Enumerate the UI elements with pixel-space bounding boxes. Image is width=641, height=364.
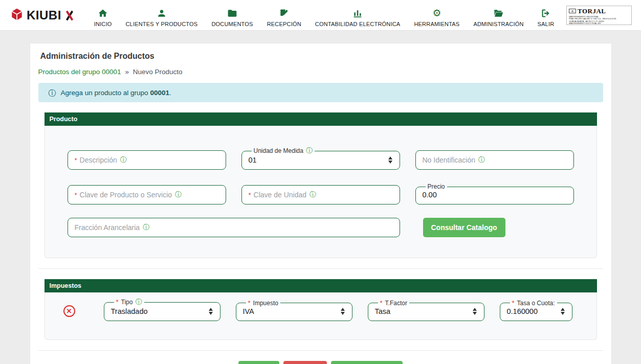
tipo-value: Trasladado	[111, 307, 213, 316]
unidad-medida-value: 01	[249, 155, 393, 165]
torjal-mark-icon: ▦	[569, 9, 576, 13]
main-nav: INICIO CLIENTES Y PRODUCTOS DOCUMENTOS R…	[87, 4, 561, 27]
impuestos-panel: Impuestos ✕ *Tipo ⓘ Trasladado *Impuesto…	[45, 279, 597, 340]
clave-unidad-input[interactable]: * Clave de Unidad ⓘ	[241, 185, 400, 204]
info-alert: ⓘ Agrega un producto al grupo 00001.	[38, 83, 603, 102]
gears-icon: ⚙	[432, 8, 441, 18]
person-icon	[157, 8, 167, 18]
consultar-catalogo-button[interactable]: Consultar Catalogo	[423, 218, 505, 237]
fraccion-arancelaria-info-icon[interactable]: ⓘ	[143, 223, 149, 232]
clave-producto-input[interactable]: * Clave de Producto o Servicio ⓘ	[68, 185, 226, 204]
precio-label: Precio	[426, 183, 447, 190]
cancelar-button[interactable]: Cancelar	[283, 361, 327, 364]
kiubix-cube-icon	[10, 7, 24, 24]
descripcion-input[interactable]: * Descripción ⓘ	[68, 150, 226, 170]
brand-x-mark	[65, 10, 74, 20]
breadcrumb-current: Nuevo Producto	[133, 68, 183, 76]
no-identificacion-input[interactable]: No Identificación ⓘ	[415, 150, 574, 170]
unidad-medida-info-icon[interactable]: ⓘ	[306, 147, 313, 154]
section-divider	[38, 350, 603, 351]
impuesto-value: IVA	[243, 307, 345, 316]
page-title: Administración de Productos	[30, 43, 611, 61]
alert-text: Agrega un producto al grupo 00001.	[61, 89, 171, 97]
tfactor-label: *T.Factor	[378, 299, 409, 307]
select-arrows-icon	[209, 308, 213, 315]
delete-tax-row-icon[interactable]: ✕	[63, 305, 75, 317]
producto-panel-header: Producto	[45, 112, 597, 126]
impuesto-label: *Impuesto	[246, 299, 280, 307]
tfactor-select[interactable]: *T.Factor Tasa	[368, 299, 484, 321]
tipo-select[interactable]: *Tipo ⓘ Trasladado	[104, 298, 220, 321]
unidad-medida-label: Unidad de Medida ⓘ	[252, 146, 315, 155]
folder-icon	[227, 8, 237, 18]
tasa-cuota-label: *Tasa o Cuota:	[510, 299, 557, 307]
precio-input[interactable]: Precio 0.00	[415, 183, 574, 204]
clave-producto-info-icon[interactable]: ⓘ	[175, 190, 182, 199]
tipo-info-icon[interactable]: ⓘ	[136, 298, 142, 306]
breadcrumb-separator: »	[125, 68, 129, 76]
select-arrows-icon	[473, 308, 477, 315]
breadcrumb-group-link[interactable]: Productos del grupo 00001	[38, 68, 121, 76]
nav-item-contabilidad-electronica[interactable]: CONTABILIDAD ELECTRÓNICA	[315, 8, 401, 27]
bar-chart-icon	[352, 8, 363, 18]
top-navigation-bar: KIUBI INICIO CLIENTES Y PRODUCTOS DOCUME…	[0, 0, 641, 31]
content-card: Administración de Productos Productos de…	[30, 43, 611, 364]
nav-item-recepcion[interactable]: RECEPCIÓN	[267, 8, 301, 27]
exit-icon	[541, 8, 551, 18]
impuesto-select[interactable]: *Impuesto IVA	[236, 299, 352, 321]
nav-item-administracion[interactable]: ADMINISTRACIÓN	[473, 8, 523, 27]
producto-panel: Producto * Descripción ⓘ Unidad de Medid…	[45, 112, 597, 258]
nav-item-herramientas[interactable]: ⚙ HERRAMIENTAS	[414, 8, 459, 27]
folder-open-icon	[493, 8, 503, 18]
tfactor-value: Tasa	[375, 307, 477, 316]
agrega-impuesto-button[interactable]: Agrega Impuesto	[331, 361, 403, 364]
section-divider	[38, 268, 603, 269]
form-actions: Agregar Cancelar Agrega Impuesto	[30, 361, 611, 364]
descripcion-info-icon[interactable]: ⓘ	[120, 155, 127, 165]
torjal-partner-logo: ▦ TORJAL MANTENIMIENTO INDUSTRIAL FRAY F…	[566, 6, 632, 25]
nav-item-salir[interactable]: SALIR	[538, 8, 555, 27]
home-icon	[98, 8, 108, 18]
nav-item-documentos[interactable]: DOCUMENTOS	[211, 8, 253, 27]
kiubix-logo[interactable]: KIUBI	[10, 7, 87, 24]
tipo-label: *Tipo ⓘ	[114, 298, 144, 307]
impuestos-panel-header: Impuestos	[45, 279, 597, 292]
select-arrows-icon	[388, 156, 393, 164]
tasa-cuota-select[interactable]: *Tasa o Cuota: 0.160000	[500, 299, 572, 321]
nav-item-inicio[interactable]: INICIO	[94, 8, 112, 27]
no-identificacion-info-icon[interactable]: ⓘ	[478, 155, 485, 165]
select-arrows-icon	[561, 308, 565, 315]
breadcrumb: Productos del grupo 00001 » Nuevo Produc…	[30, 61, 611, 82]
precio-value: 0.00	[423, 190, 567, 199]
clave-unidad-info-icon[interactable]: ⓘ	[310, 190, 316, 199]
torjal-name: TORJAL	[578, 7, 606, 15]
fraccion-arancelaria-input[interactable]: Fracción Arancelaria ⓘ	[68, 218, 400, 237]
nav-item-clientes-y-productos[interactable]: CLIENTES Y PRODUCTOS	[125, 8, 197, 27]
tax-row: *Tipo ⓘ Trasladado *Impuesto IVA *T.Fact…	[104, 298, 572, 321]
agregar-button[interactable]: Agregar	[238, 361, 279, 364]
select-arrows-icon	[341, 308, 345, 315]
tasa-cuota-value: 0.160000	[507, 307, 565, 316]
unidad-medida-select[interactable]: Unidad de Medida ⓘ 01	[241, 146, 400, 170]
document-edit-icon	[279, 8, 289, 18]
brand-name: KIUBI	[27, 8, 61, 22]
info-icon: ⓘ	[49, 89, 56, 97]
torjal-address: MANTENIMIENTO INDUSTRIAL FRAY FELIPE GAL…	[569, 16, 629, 25]
